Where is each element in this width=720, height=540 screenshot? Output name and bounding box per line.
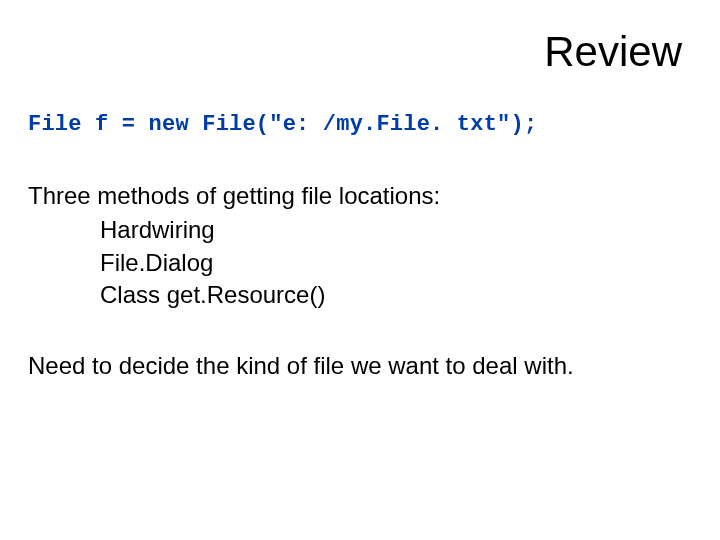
closing-text: Need to decide the kind of file we want … [28, 350, 682, 382]
method-item: Class get.Resource() [100, 279, 682, 311]
slide-title: Review [544, 28, 682, 76]
slide-body: Three methods of getting file locations:… [28, 180, 682, 382]
methods-intro: Three methods of getting file locations: [28, 180, 682, 212]
slide: Review File f = new File("e: /my.File. t… [0, 0, 720, 540]
method-item: File.Dialog [100, 247, 682, 279]
code-example: File f = new File("e: /my.File. txt"); [28, 112, 537, 137]
methods-list: Hardwiring File.Dialog Class get.Resourc… [28, 214, 682, 311]
method-item: Hardwiring [100, 214, 682, 246]
